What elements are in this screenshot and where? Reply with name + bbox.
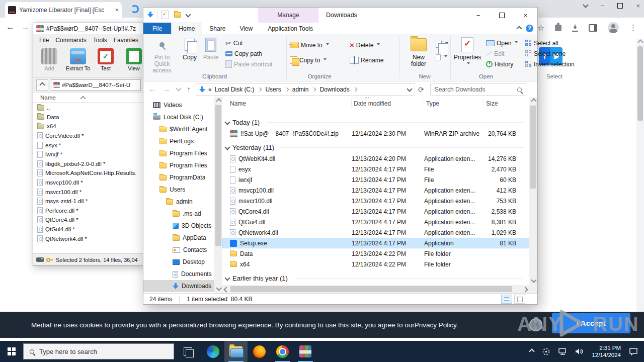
- new-folder-shortcut-icon[interactable]: [174, 12, 181, 18]
- cut-button[interactable]: Cut: [225, 38, 243, 48]
- address-dropdown-icon[interactable]: [407, 86, 412, 92]
- taskbar-winrar-button[interactable]: [294, 341, 317, 362]
- sidebar-item-perflogs[interactable]: PerfLogs: [143, 135, 214, 147]
- sidebar-item-3d-objects[interactable]: 3D Objects: [143, 220, 214, 232]
- winrar-file-row[interactable]: libgdk_pixbuf-2.0-0.dll *: [33, 159, 144, 169]
- downloads-icon[interactable]: [572, 25, 578, 31]
- navpane-scrollbar[interactable]: [214, 97, 222, 293]
- breadcrumb-admin[interactable]: admin: [292, 86, 309, 93]
- winrar-menu-file[interactable]: File: [39, 37, 49, 44]
- paste-button[interactable]: Paste: [200, 36, 222, 61]
- action-center-icon[interactable]: [629, 347, 638, 355]
- file-row-msvcr100-dll[interactable]: msvcr100.dll12/13/2024 4:17 PMApplicatio…: [222, 196, 529, 206]
- privacy-policy-link[interactable]: Privacy Policy.: [415, 321, 458, 329]
- recent-locations-icon[interactable]: [176, 85, 181, 91]
- tab-file[interactable]: File: [143, 23, 171, 34]
- winrar-menu-favorites[interactable]: Favorites: [114, 37, 138, 44]
- address-bar[interactable]: « Local Disk (C:) Users admin Downloads: [196, 83, 415, 96]
- copy-button[interactable]: Copy: [179, 36, 201, 61]
- browser-menu-icon[interactable]: ⋮: [629, 23, 637, 32]
- taskbar-clock[interactable]: 2:31 PM 12/14/2024: [592, 344, 621, 358]
- pin-to-quick-access-button[interactable]: Pin to Quick access: [146, 36, 178, 74]
- browser-minimize-button[interactable]: −: [601, 2, 605, 10]
- horizontal-scrollbar[interactable]: [222, 285, 529, 293]
- winrar-file-row[interactable]: Microsoft.AspNetCore.Http.Results.: [33, 168, 144, 178]
- sidebar-item-local-disk-c[interactable]: Local Disk (C:): [143, 111, 214, 123]
- accept-cookies-button[interactable]: I Accept: [552, 313, 630, 333]
- help-icon[interactable]: ?: [526, 25, 533, 32]
- breadcrumb-local-disk[interactable]: Local Disk (C:): [215, 86, 255, 93]
- start-button[interactable]: [0, 341, 23, 362]
- winrar-file-row[interactable]: msvcp100.dll *: [33, 178, 144, 188]
- easy-access-button[interactable]: [436, 52, 447, 62]
- winrar-up-button[interactable]: [36, 79, 48, 90]
- chevron-down-icon[interactable]: [583, 2, 588, 8]
- open-button[interactable]: Open: [486, 38, 518, 48]
- taskbar-explorer-button[interactable]: [224, 341, 248, 362]
- breadcrumb-users[interactable]: Users: [265, 86, 281, 93]
- file-row-qtgui4-dll[interactable]: QtGui4.dll12/13/2024 4:17 PMApplication …: [222, 217, 529, 227]
- group-header-today-1[interactable]: Today (1): [222, 116, 529, 128]
- winrar-test-button[interactable]: Test: [95, 48, 117, 71]
- winrar-file-row[interactable]: Data: [33, 113, 144, 122]
- browser-tab-yamizome[interactable]: Yamizome Liberator [Final] [Esc ×: [5, 2, 122, 18]
- taskbar-edge-button[interactable]: [201, 341, 224, 362]
- copy-path-button[interactable]: Copy path: [225, 49, 262, 58]
- file-row-esyx[interactable]: esyx12/13/2024 4:17 PMFile2,470 KB: [222, 164, 529, 174]
- side-panel-icon[interactable]: [589, 24, 597, 32]
- refresh-icon[interactable]: ⟳: [418, 85, 424, 94]
- tab-home[interactable]: Home: [171, 23, 202, 34]
- taskbar-search-input[interactable]: Type here to search: [23, 343, 174, 359]
- winrar-address-field[interactable]: #Pa$$wørD__8407--Set-U: [51, 79, 141, 90]
- tab-share[interactable]: Share: [202, 23, 232, 34]
- file-row-msvcp100-dll[interactable]: msvcp100.dll12/13/2024 4:17 PMApplicatio…: [222, 185, 529, 196]
- group-header-earlier-this-year-1[interactable]: Earlier this year (1): [222, 272, 529, 284]
- winrar-file-row[interactable]: iwrxjf *: [33, 150, 144, 159]
- browser-forward-button[interactable]: →: [21, 22, 30, 32]
- sidebar-item-users[interactable]: Users: [143, 184, 214, 196]
- up-button[interactable]: ↑: [187, 85, 191, 94]
- winrar-extract-button[interactable]: Extract To: [62, 48, 94, 71]
- winrar-file-row[interactable]: x64: [33, 122, 144, 131]
- sidebar-item-appdata[interactable]: AppData: [143, 232, 214, 244]
- winrar-file-row[interactable]: msvcr100.dll *: [33, 187, 144, 197]
- tab-application-tools[interactable]: Application Tools: [261, 23, 320, 34]
- banner-close-icon[interactable]: ×: [529, 318, 542, 331]
- file-row-iwrxjf[interactable]: iwrxjf12/13/2024 4:17 PMFile60 KB: [222, 174, 529, 185]
- large-icons-view-button[interactable]: [514, 295, 525, 304]
- new-item-button[interactable]: [436, 39, 448, 49]
- taskbar-chrome-button[interactable]: [271, 341, 294, 362]
- forward-button[interactable]: →: [163, 85, 171, 94]
- properties-shortcut-icon[interactable]: [161, 11, 169, 19]
- vertical-scrollbar[interactable]: [529, 97, 537, 293]
- new-folder-button[interactable]: New folder: [405, 36, 433, 67]
- browser-back-button[interactable]: ←: [6, 22, 15, 32]
- explorer-titlebar[interactable]: Manage Downloads − ×: [143, 8, 537, 23]
- task-view-button[interactable]: [176, 341, 199, 362]
- sidebar-item-winreagent[interactable]: $WinREAgent: [143, 123, 214, 135]
- file-row-setup-exe[interactable]: Setup.exe12/13/2024 4:17 PMApplication81…: [222, 238, 529, 248]
- sidebar-item-program-files[interactable]: Program Files: [143, 159, 214, 171]
- sidebar-item-ms-ad[interactable]: .ms-ad: [143, 208, 214, 220]
- rename-button[interactable]: Rename: [350, 55, 383, 65]
- winrar-file-row[interactable]: QtCore4.dll *: [33, 215, 144, 225]
- taskbar-firefox-button[interactable]: [248, 341, 271, 362]
- winrar-file-row[interactable]: QtGui4.dll *: [33, 225, 144, 234]
- file-row-sat-up-8407-pa5-0de-zip[interactable]: !!Sat-Up@__8407--!Pa5$Ć0De#!.zip12/14/20…: [222, 128, 529, 139]
- winrar-file-row[interactable]: CoreVideo.dll *: [33, 131, 144, 141]
- sidebar-item-downloads[interactable]: Downloads: [143, 280, 214, 292]
- tab-close-icon[interactable]: ×: [115, 6, 119, 14]
- sidebar-item-admin[interactable]: admin: [143, 196, 214, 208]
- winrar-menu-tools[interactable]: Tools: [93, 37, 107, 44]
- edit-button[interactable]: Edit: [486, 49, 505, 58]
- select-none-button[interactable]: Select none: [525, 49, 566, 58]
- sidebar-item-programdata[interactable]: ProgramData: [143, 171, 214, 184]
- column-date-modified[interactable]: Date modified: [352, 99, 424, 108]
- volume-icon[interactable]: [575, 348, 584, 355]
- properties-button[interactable]: Properties: [452, 36, 483, 67]
- column-size[interactable]: Size: [484, 99, 516, 108]
- network-icon[interactable]: [558, 348, 567, 355]
- qat-customize-icon[interactable]: [185, 12, 191, 17]
- sidebar-item-contacts[interactable]: Contacts: [143, 244, 214, 256]
- details-view-button[interactable]: [501, 295, 512, 304]
